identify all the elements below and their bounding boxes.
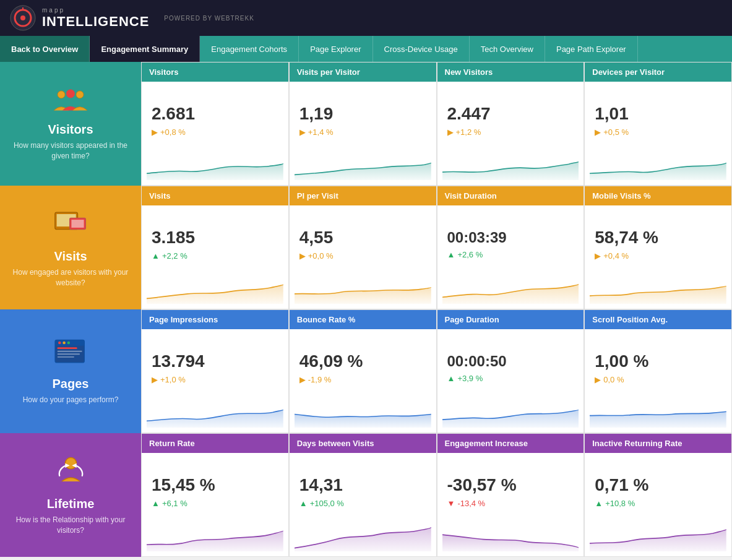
lifetime-panel: Lifetime How is the Relationship with yo… [0, 433, 141, 557]
lifetime-panel-title: Lifetime [47, 497, 95, 511]
metric-br-body: 46,09 % ▶ -1,9 % [290, 329, 436, 398]
metric-visits-header: Visits [142, 186, 288, 205]
metric-ir-change: ▲ +10,8 % [595, 499, 721, 508]
app-name-label: INTELLIGENCE [42, 14, 149, 30]
metric-visits-sparkline [142, 275, 288, 309]
visits-panel: Visits How engaged are visitors with you… [0, 186, 141, 309]
svg-rect-18 [57, 353, 79, 355]
metric-dpv-value: 1,01 [595, 104, 721, 124]
metric-pd-change: ▲ +3,9 % [447, 374, 574, 383]
arrow-right-icon: ▶ [152, 127, 158, 137]
metric-new-visitors: New Visitors 2.447 ▶ +1,2 % [437, 62, 585, 186]
metric-visits-body: 3.185 ▲ +2,2 % [142, 205, 288, 275]
metric-nv-change: ▶ +1,2 % [447, 127, 574, 137]
lifetime-panel-desc: How is the Relationship with your visito… [12, 515, 129, 536]
visits-panel-title: Visits [54, 249, 87, 264]
metric-ir-body: 0,71 % ▲ +10,8 % [585, 453, 731, 522]
metric-ppv-body: 4,55 ▶ +0,0 % [290, 205, 436, 275]
visitors-panel: Visitors How many visitors appeared in t… [0, 62, 141, 186]
nav-back-to-overview[interactable]: Back to Overview [0, 36, 90, 62]
nav-page-path-explorer[interactable]: Page Path Explorer [545, 36, 638, 62]
metric-pi-header: Page Impressions [142, 310, 288, 329]
metric-sp-header: Scroll Position Avg. [585, 310, 731, 329]
metric-vpv-header: Visits per Visitor [290, 62, 436, 82]
nav-cross-device[interactable]: Cross-Device Usage [373, 36, 470, 62]
metric-vpv-value: 1,19 [299, 104, 426, 124]
svg-point-6 [76, 91, 84, 98]
arrow-up-icon4: ▲ [152, 499, 160, 508]
metric-pi-body: 13.794 ▶ +1,0 % [142, 329, 288, 398]
metric-dpv-header: Devices per Visitor [585, 62, 731, 82]
metric-visits-change: ▲ +2,2 % [152, 251, 278, 261]
arrow-right-icon7: ▶ [152, 375, 158, 384]
logo-area: mapp INTELLIGENCE POWERED BY WEBTREKK [10, 5, 254, 31]
metric-vpv-change: ▶ +1,4 % [299, 127, 426, 137]
metric-nv-body: 2.447 ▶ +1,2 % [437, 82, 584, 151]
metric-visitors-value: 2.681 [152, 104, 278, 124]
svg-point-2 [20, 15, 25, 20]
metric-sp-body: 1,00 % ▶ 0,0 % [585, 329, 731, 398]
metric-nv-value: 2.447 [447, 104, 574, 124]
svg-rect-17 [57, 351, 82, 352]
metric-return-rate: Return Rate 15,45 % ▲ +6,1 % [141, 433, 289, 557]
lifetime-icon [54, 454, 88, 491]
visitors-metrics-grid: Visitors 2.681 ▶ +0,8 % [141, 62, 732, 186]
metric-ppv-sparkline [290, 275, 436, 309]
metric-rr-body: 15,45 % ▲ +6,1 % [142, 453, 288, 522]
header: mapp INTELLIGENCE POWERED BY WEBTREKK [0, 0, 732, 36]
metric-mv-body: 58,74 % ▶ +0,4 % [585, 205, 731, 275]
metric-sp-change: ▶ 0,0 % [595, 375, 721, 384]
visits-section: Visits How engaged are visitors with you… [0, 186, 732, 309]
svg-rect-19 [57, 356, 74, 358]
metric-ir-value: 0,71 % [595, 475, 721, 495]
metric-dbv-value: 14,31 [299, 475, 426, 495]
lifetime-section: Lifetime How is the Relationship with yo… [0, 433, 732, 557]
visitors-icon [52, 86, 89, 116]
metric-br-sparkline [290, 398, 436, 433]
svg-point-15 [67, 342, 70, 345]
metric-pi-change: ▶ +1,0 % [152, 375, 278, 384]
metric-vd-header: Visit Duration [437, 186, 584, 205]
metric-ei-header: Engagement Increase [437, 434, 584, 453]
nav-tech-overview[interactable]: Tech Overview [470, 36, 545, 62]
pages-section: Pages How do your pages perform? Page Im… [0, 309, 732, 433]
metric-pd-header: Page Duration [437, 310, 584, 329]
pages-panel: Pages How do your pages perform? [0, 309, 141, 433]
metric-visitors-sparkline [142, 151, 288, 185]
metric-vd-change: ▲ +2,6 % [447, 250, 574, 259]
visits-metrics-grid: Visits 3.185 ▲ +2,2 % [141, 186, 732, 309]
nav-page-explorer[interactable]: Page Explorer [299, 36, 372, 62]
metric-vd-value: 00:03:39 [447, 229, 574, 246]
metric-inactive-returning: Inactive Returning Rate 0,71 % ▲ +10,8 % [584, 433, 732, 557]
svg-point-20 [65, 458, 76, 469]
visitors-panel-desc: How many visitors appeared in the given … [12, 140, 129, 162]
metric-rr-value: 15,45 % [152, 475, 278, 495]
arrow-up-icon5: ▲ [299, 499, 308, 508]
metric-visitors-header: Visitors [142, 62, 288, 82]
svg-rect-16 [57, 347, 77, 349]
arrow-right-icon8: ▶ [299, 375, 306, 384]
navigation: Back to Overview Engagement Summary Enga… [0, 36, 732, 62]
metric-br-value: 46,09 % [299, 351, 426, 371]
metric-dpv-body: 1,01 ▶ +0,5 % [585, 82, 731, 151]
metric-ir-header: Inactive Returning Rate [585, 434, 731, 453]
metric-pi-sparkline [142, 398, 288, 433]
metric-dbv-header: Days between Visits [290, 434, 436, 453]
pages-panel-desc: How do your pages perform? [23, 395, 119, 405]
main-content: Visitors How many visitors appeared in t… [0, 62, 732, 557]
metric-ppv-header: PI per Visit [290, 186, 436, 205]
metric-mv-sparkline [585, 275, 731, 309]
pages-icon [54, 337, 88, 371]
arrow-up-icon2: ▲ [447, 250, 455, 259]
lifetime-metrics-grid: Return Rate 15,45 % ▲ +6,1 % [141, 433, 732, 557]
content-area: Visitors How many visitors appeared in t… [0, 62, 732, 557]
arrow-up-icon6: ▲ [595, 499, 603, 508]
mapp-logo-svg [10, 5, 36, 31]
visits-icon [54, 207, 88, 243]
metric-visitors-body: 2.681 ▶ +0,8 % [142, 82, 288, 151]
nav-engagement-cohorts[interactable]: Engagement Cohorts [200, 36, 299, 62]
arrow-up-icon: ▲ [152, 251, 160, 261]
nav-engagement-summary[interactable]: Engagement Summary [90, 36, 200, 62]
metric-rr-change: ▲ +6,1 % [152, 499, 278, 508]
metric-ppv-value: 4,55 [299, 228, 426, 248]
